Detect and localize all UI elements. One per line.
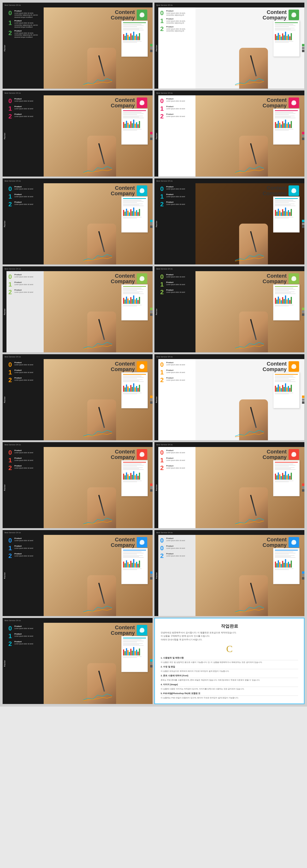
slide-card-completion: 작업완료 안녕하세요 방문해주셔서 감사합니다. 이 템플릿은 포토샵으로 제작… (154, 618, 305, 704)
slides-grid: Best Service Of Us Factor 0 Product Lore… (1, 1, 306, 706)
slide-cell-16: 작업완료 안녕하세요 방문해주셔서 감사합니다. 이 템플릿은 포토샵으로 제작… (154, 618, 305, 704)
slide-card: Best Service Of Us Factor 0 Product Lore… (2, 618, 153, 704)
slide-cell-7: Best Service Of Us Factor 0 Product Lore… (2, 266, 153, 352)
slide-cell-10: Best Service Of Us Factor 0 Product Lore… (154, 354, 305, 440)
slide-cell-15: Best Service Of Us Factor 0 Product Lore… (2, 618, 153, 704)
completion-title: 작업완료 (161, 623, 298, 629)
slide-cell-5: Best Service Of Us Factor 0 Product Lore… (2, 178, 153, 265)
slide-cell-13: Best Service Of Us Factor 0 Product Lore… (2, 530, 153, 616)
slide-card: Best Service Of Us Factor 0 Product Lore… (154, 530, 305, 616)
page-container: Best Service Of Us Factor 0 Product Lore… (0, 0, 307, 707)
slide-card: Best Service Of Us Factor 0 Product Lore… (2, 2, 153, 89)
slide-cell-6: Best Service Of Us Factor 0 Product Lore… (154, 178, 305, 265)
slide-cell-3: Best Service Of Us Factor 0 Product Lore… (2, 90, 153, 177)
slide-cell-8: Best Service Of Us Factor 0 Product Lore… (154, 266, 305, 352)
slide-card: Best Service Of Us Factor 0 Product Lore… (154, 2, 305, 89)
slide-card: Best Service Of Us Factor 0 Product Lore… (154, 442, 305, 528)
slide-cell-9: Best Service Of Us Factor 0 Product Lore… (2, 354, 153, 440)
slide-cell-11: Best Service Of Us Factor 0 Product Lore… (2, 442, 153, 528)
slide-card: Best Service Of Us Factor 0 Product Lore… (2, 354, 153, 440)
slide-card: Best Service Of Us Factor 0 Product Lore… (2, 90, 153, 177)
slide-card: Best Service Of Us Factor 0 Product Lore… (2, 442, 153, 528)
slide-card: Best Service Of Us Factor 0 Product Lore… (2, 530, 153, 616)
slide-cell-12: Best Service Of Us Factor 0 Product Lore… (154, 442, 305, 528)
slide-cell-1: Best Service Of Us Factor 0 Product Lore… (2, 2, 153, 89)
slide-card: Best Service Of Us Factor 0 Product Lore… (154, 178, 305, 265)
slide-cell-2: Best Service Of Us Factor 0 Product Lore… (154, 2, 305, 89)
slide-cell-14: Best Service Of Us Factor 0 Product Lore… (154, 530, 305, 616)
slide-card: Best Service Of Us Factor 0 Product Lore… (154, 354, 305, 440)
slide-card: Best Service Of Us Factor 0 Product Lore… (154, 266, 305, 352)
slide-card: Best Service Of Us Factor 0 Product Lore… (2, 178, 153, 265)
slide-card: Best Service Of Us Factor 0 Product Lore… (2, 266, 153, 352)
slide-card: Best Service Of Us Factor 0 Product Lore… (154, 90, 305, 177)
slide-cell-4: Best Service Of Us Factor 0 Product Lore… (154, 90, 305, 177)
